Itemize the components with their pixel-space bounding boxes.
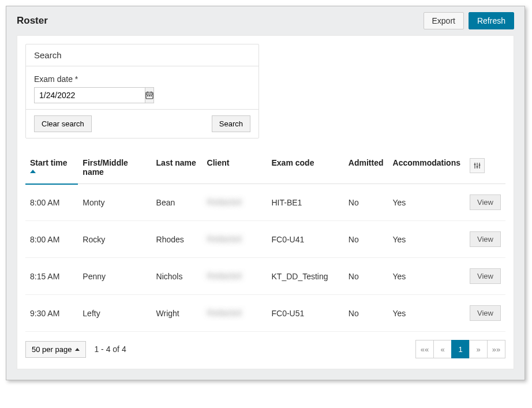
cell-actions: View	[465, 258, 505, 295]
page-title: Roster	[17, 15, 48, 27]
blurred-client: Redacted	[207, 271, 242, 280]
cell-actions: View	[465, 221, 505, 258]
svg-rect-5	[149, 95, 150, 96]
view-button[interactable]: View	[470, 194, 501, 210]
cell-start-time: 8:15 AM	[25, 258, 78, 295]
search-panel-title: Search	[26, 44, 258, 66]
page-last-button[interactable]: »»	[487, 340, 505, 358]
exam-date-label: Exam date *	[34, 74, 250, 84]
exam-date-input[interactable]	[34, 87, 145, 103]
table-footer: 50 per page 1 - 4 of 4 «« « 1 » »»	[25, 340, 505, 358]
app-window: Roster Export Refresh Search Exam date *	[6, 6, 525, 380]
cell-last-name: Wright	[152, 295, 203, 332]
cell-first-middle: Penny	[78, 258, 151, 295]
calendar-button[interactable]	[145, 87, 154, 103]
page-next-button[interactable]: »	[469, 340, 488, 358]
table-row: 8:00 AMMontyBeanRedactedHIT-BE1NoYesView	[25, 184, 505, 221]
page-size-label: 50 per page	[32, 345, 72, 354]
cell-actions: View	[465, 295, 505, 332]
range-text: 1 - 4 of 4	[94, 345, 126, 354]
col-start-time[interactable]: Start time	[25, 152, 78, 184]
svg-rect-6	[151, 95, 152, 96]
cell-accommodations: Yes	[388, 221, 465, 258]
col-start-time-label: Start time	[30, 158, 68, 167]
search-panel-body: Exam date *	[26, 66, 258, 110]
svg-rect-11	[477, 166, 478, 167]
column-settings-button[interactable]	[470, 158, 485, 173]
sliders-icon	[474, 162, 481, 169]
col-admitted[interactable]: Admitted	[344, 152, 388, 184]
cell-admitted: No	[344, 295, 388, 332]
col-first-middle[interactable]: First/Middle name	[78, 152, 151, 184]
export-button[interactable]: Export	[424, 12, 464, 29]
cell-client: Redacted	[203, 221, 267, 258]
blurred-client: Redacted	[207, 234, 242, 244]
table-header-row: Start time First/Middle name Last name C…	[25, 152, 505, 184]
search-panel: Search Exam date *	[25, 44, 259, 139]
cell-first-middle: Lefty	[78, 295, 151, 332]
roster-table: Start time First/Middle name Last name C…	[25, 152, 505, 332]
cell-client: Redacted	[203, 258, 267, 295]
cell-first-middle: Rocky	[78, 221, 151, 258]
cell-actions: View	[465, 184, 505, 221]
cell-exam-code: KT_DD_Testing	[267, 258, 344, 295]
col-actions	[465, 152, 505, 184]
pagination: «« « 1 » »»	[416, 340, 505, 358]
header-actions: Export Refresh	[424, 12, 515, 29]
page-size-dropdown[interactable]: 50 per page	[25, 341, 86, 358]
cell-last-name: Nichols	[152, 258, 203, 295]
svg-rect-4	[147, 95, 148, 96]
cell-client: Redacted	[203, 295, 267, 332]
search-panel-footer: Clear search Search	[26, 110, 258, 138]
cell-start-time: 8:00 AM	[25, 184, 78, 221]
col-client[interactable]: Client	[203, 152, 267, 184]
svg-rect-12	[479, 164, 481, 166]
col-accommodations[interactable]: Accommodations	[388, 152, 465, 184]
view-button[interactable]: View	[470, 305, 501, 321]
cell-accommodations: Yes	[388, 184, 465, 221]
search-button[interactable]: Search	[212, 115, 250, 132]
page-first-button[interactable]: ««	[415, 340, 434, 358]
calendar-icon	[145, 91, 153, 99]
refresh-button[interactable]: Refresh	[469, 12, 514, 29]
blurred-client: Redacted	[207, 308, 242, 317]
cell-admitted: No	[344, 258, 388, 295]
cell-start-time: 9:30 AM	[25, 295, 78, 332]
cell-admitted: No	[344, 221, 388, 258]
exam-date-input-group	[34, 87, 135, 103]
page-1-button[interactable]: 1	[451, 340, 470, 358]
view-button[interactable]: View	[470, 268, 501, 284]
table-row: 8:00 AMRockyRhodesRedactedFC0-U41NoYesVi…	[25, 221, 505, 258]
blurred-client: Redacted	[207, 197, 242, 207]
clear-search-button[interactable]: Clear search	[34, 115, 92, 132]
table-row: 9:30 AMLeftyWrightRedactedFC0-U51NoYesVi…	[25, 295, 505, 332]
sort-asc-icon	[30, 170, 36, 173]
cell-first-middle: Monty	[78, 184, 151, 221]
cell-start-time: 8:00 AM	[25, 221, 78, 258]
cell-client: Redacted	[203, 184, 267, 221]
caret-up-icon	[75, 348, 80, 351]
cell-accommodations: Yes	[388, 295, 465, 332]
page-header: Roster Export Refresh	[6, 6, 524, 35]
cell-accommodations: Yes	[388, 258, 465, 295]
cell-exam-code: HIT-BE1	[267, 184, 344, 221]
cell-exam-code: FC0-U41	[267, 221, 344, 258]
cell-last-name: Bean	[152, 184, 203, 221]
footer-left: 50 per page 1 - 4 of 4	[25, 341, 126, 358]
content-card: Search Exam date *	[17, 35, 514, 369]
svg-rect-10	[474, 164, 476, 165]
cell-admitted: No	[344, 184, 388, 221]
col-exam-code[interactable]: Exam code	[267, 152, 344, 184]
col-last-name[interactable]: Last name	[152, 152, 203, 184]
cell-last-name: Rhodes	[152, 221, 203, 258]
page-prev-button[interactable]: «	[433, 340, 452, 358]
cell-exam-code: FC0-U51	[267, 295, 344, 332]
table-row: 8:15 AMPennyNicholsRedactedKT_DD_Testing…	[25, 258, 505, 295]
view-button[interactable]: View	[470, 231, 501, 247]
